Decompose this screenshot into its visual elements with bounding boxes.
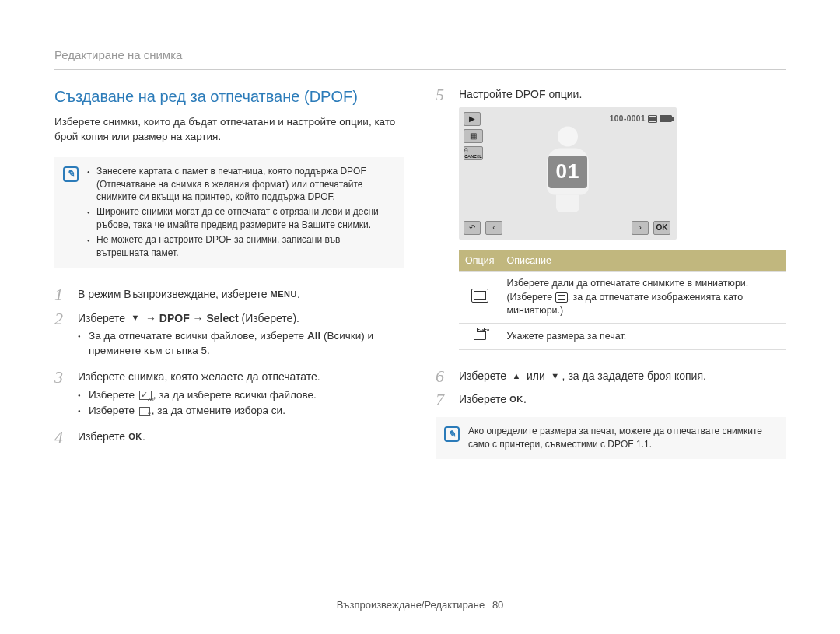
ok-icon: OK bbox=[509, 394, 523, 405]
print-size-option-icon: ᴄᴀɴᴄᴇʟ bbox=[471, 328, 488, 341]
step-text: В режим Възпроизвеждане, изберете bbox=[78, 288, 271, 300]
note-item: Широките снимки могат да се отпечатат с … bbox=[87, 205, 394, 232]
sub-bullet: Изберете ✕, за да отмените избора си. bbox=[78, 404, 404, 419]
ok-button[interactable]: OK bbox=[653, 221, 670, 235]
step-text: , за да зададете броя копия. bbox=[562, 370, 706, 382]
step-text: Изберете снимка, която желаете да отпеча… bbox=[78, 370, 320, 383]
playback-mode-icon: ▶ bbox=[464, 112, 481, 126]
step-text-bold: DPOF bbox=[159, 312, 190, 324]
deselect-icon: ✕ bbox=[139, 407, 150, 416]
step-text: Изберете bbox=[78, 312, 128, 324]
step-number: 1 bbox=[54, 285, 68, 304]
battery-icon bbox=[660, 115, 672, 122]
step-text: Изберете bbox=[78, 430, 128, 443]
footer-section: Възпроизвеждане/Редактиране bbox=[337, 599, 485, 611]
intro-text: Изберете снимки, които да бъдат отпечата… bbox=[54, 115, 404, 145]
prev-button[interactable]: ‹ bbox=[485, 221, 502, 235]
sub-bullet: За да отпечатате всички файлове, изберет… bbox=[78, 329, 404, 359]
options-header-option: Опция bbox=[459, 250, 500, 272]
step-number: 7 bbox=[436, 391, 450, 409]
step-text: → bbox=[190, 312, 207, 324]
step-text-bold: Select bbox=[206, 312, 238, 324]
step-number: 3 bbox=[54, 368, 68, 423]
down-arrow-icon: ▼ bbox=[128, 313, 142, 324]
step-4: 4 Изберете OK. bbox=[54, 428, 404, 447]
sub-bullet: Изберете All, за да изберете всички файл… bbox=[78, 388, 404, 403]
up-arrow-icon: ▲ bbox=[509, 370, 523, 381]
step-2: 2 Изберете ▼ → DPOF → Select (Изберете).… bbox=[54, 310, 404, 363]
page-footer: Възпроизвеждане/Редактиране 80 bbox=[0, 598, 840, 612]
thumbnails-option-icon bbox=[471, 289, 488, 303]
step-text: Изберете bbox=[459, 393, 509, 405]
step-number: 4 bbox=[54, 428, 68, 447]
step-text: . bbox=[523, 393, 527, 405]
down-arrow-icon: ▼ bbox=[548, 370, 562, 381]
camera-screen: ▶ 100-0001 ▦ ⎙ᴄᴀɴᴄᴇʟ 01 bbox=[459, 107, 677, 240]
step-text: или bbox=[523, 370, 548, 382]
step-3: 3 Изберете снимка, която желаете да отпе… bbox=[54, 368, 404, 423]
note-icon: ✎ bbox=[444, 426, 460, 442]
select-all-icon: All bbox=[139, 391, 152, 400]
right-column: 5 Настройте DPOF опции. ▶ 100-0001 ▦ bbox=[436, 86, 786, 476]
step-text: . bbox=[297, 288, 300, 300]
step-text: Изберете bbox=[459, 370, 509, 382]
option-desc: Укажете размера за печат. bbox=[500, 323, 786, 350]
step-text: . bbox=[142, 430, 145, 443]
note-item: Занесете картата с памет в печатница, ко… bbox=[87, 165, 394, 204]
next-button[interactable]: › bbox=[632, 221, 649, 235]
step-5: 5 Настройте DPOF опции. ▶ 100-0001 ▦ bbox=[436, 86, 786, 363]
file-index: 100-0001 bbox=[610, 114, 646, 124]
menu-icon: MENU bbox=[271, 289, 297, 300]
back-button[interactable]: ↶ bbox=[464, 221, 481, 235]
options-header-desc: Описание bbox=[500, 250, 786, 272]
thumbnails-icon bbox=[555, 292, 568, 303]
table-row: ᴄᴀɴᴄᴇʟ Укажете размера за печат. bbox=[459, 323, 786, 350]
page-number: 80 bbox=[492, 599, 503, 611]
step-6: 6 Изберете ▲ или ▼, за да зададете броя … bbox=[436, 367, 786, 386]
note-box-top: ✎ Занесете картата с памет в печатница, … bbox=[54, 157, 404, 269]
ok-icon: OK bbox=[128, 432, 142, 443]
step-text: → bbox=[142, 312, 159, 324]
thumbnails-icon: ▦ bbox=[464, 129, 483, 143]
print-cancel-icon: ⎙ᴄᴀɴᴄᴇʟ bbox=[464, 146, 483, 160]
section-title: Създаване на ред за отпечатване (DPOF) bbox=[54, 86, 404, 107]
step-number: 2 bbox=[54, 310, 68, 363]
table-row: Изберете дали да отпечатате снимките в м… bbox=[459, 272, 786, 324]
options-table: Опция Описание Изберете дали да отпечата… bbox=[459, 250, 786, 351]
breadcrumb: Редактиране на снимка bbox=[54, 47, 786, 70]
note-icon: ✎ bbox=[63, 166, 79, 182]
copy-count: 01 bbox=[548, 155, 587, 187]
note-item: Не можете да настроите DPOF за снимки, з… bbox=[87, 233, 394, 260]
step-text: (Изберете). bbox=[239, 312, 299, 324]
step-7: 7 Изберете OK. bbox=[436, 391, 786, 409]
step-number: 5 bbox=[436, 86, 450, 363]
option-desc: Изберете дали да отпечатате снимките в м… bbox=[500, 272, 786, 324]
note-text: Ако определите размера за печат, можете … bbox=[468, 425, 775, 451]
note-box-bottom: ✎ Ако определите размера за печат, может… bbox=[436, 417, 786, 459]
step-text: Настройте DPOF опции. bbox=[459, 88, 582, 100]
step-number: 6 bbox=[436, 367, 450, 386]
left-column: Създаване на ред за отпечатване (DPOF) И… bbox=[54, 86, 404, 476]
step-1: 1 В режим Възпроизвеждане, изберете MENU… bbox=[54, 285, 404, 304]
